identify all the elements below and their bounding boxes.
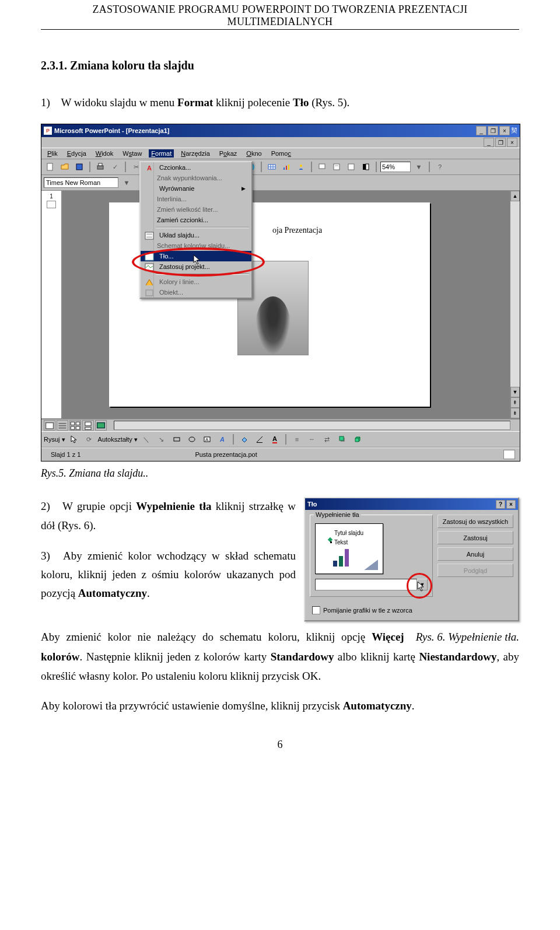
toolbar-divider: [285, 434, 286, 445]
menu-edycja[interactable]: Edycja: [65, 149, 89, 158]
menu-narzedzia[interactable]: Narzędzia: [178, 149, 212, 158]
section-title: Zmiana koloru tła slajdu: [70, 59, 194, 72]
slide-editing-area[interactable]: oja Prezentacja: [62, 191, 510, 418]
svg-rect-34: [76, 426, 79, 429]
scroll-track[interactable]: [510, 201, 520, 387]
dialog-help-button[interactable]: ?: [496, 500, 505, 509]
menu-item-zamien-czcionki[interactable]: Zamień czcionki...: [141, 215, 251, 225]
font-combo[interactable]: Times New Roman: [44, 177, 118, 188]
open-button[interactable]: [58, 161, 71, 173]
insert-table-button[interactable]: [265, 161, 278, 173]
save-button[interactable]: [73, 161, 86, 173]
toolbar-divider: [125, 162, 126, 172]
close-button[interactable]: ×: [499, 126, 510, 135]
select-objects-button[interactable]: [68, 433, 80, 445]
document-window-controls: _ ❐ ×: [41, 137, 520, 148]
draw-menu-button[interactable]: Rysuj ▾: [44, 436, 65, 443]
vertical-scrollbar[interactable]: ▲ ▼ ⇞ ⇟: [510, 191, 520, 418]
outline-slide-thumb-icon[interactable]: [47, 201, 56, 208]
slide-layout-button[interactable]: [330, 161, 343, 173]
menu-item-uklad-slajdu[interactable]: Układ slajdu...: [141, 230, 251, 240]
doc-maximize-button[interactable]: ❐: [495, 138, 506, 147]
dash-style-button[interactable]: ┄: [306, 433, 318, 445]
normal-view-button[interactable]: [44, 420, 55, 431]
font-color-button[interactable]: A: [268, 433, 281, 445]
omit-graphics-checkbox[interactable]: [312, 606, 320, 614]
para-more-mid2: albo kliknij kartę: [334, 651, 419, 663]
svg-rect-0: [145, 232, 153, 239]
apply-design-button[interactable]: [345, 161, 358, 173]
figure-1-caption: Rys.5. Zmiana tła slajdu..: [41, 467, 519, 480]
menu-format[interactable]: Format: [149, 149, 174, 158]
apply-button[interactable]: Zastosuj: [438, 531, 513, 544]
doc-minimize-button[interactable]: _: [484, 138, 494, 147]
autoshapes-menu-button[interactable]: Autokształty ▾: [98, 436, 138, 443]
scroll-up-button[interactable]: ▲: [510, 191, 520, 201]
line-style-button[interactable]: ≡: [290, 433, 303, 445]
svg-rect-33: [71, 426, 74, 429]
menu-okno[interactable]: Okno: [244, 149, 264, 158]
menu-wstaw[interactable]: Wstaw: [120, 149, 144, 158]
menu-widok[interactable]: Widok: [93, 149, 116, 158]
arrow-style-button[interactable]: ⇄: [321, 433, 334, 445]
format-dropdown-menu: A Czcionka... Znak wypunktowania... Wyró…: [139, 161, 253, 299]
dialog-close-button[interactable]: ×: [506, 500, 516, 509]
bw-view-button[interactable]: [359, 161, 372, 173]
arrow-button[interactable]: ↘: [155, 433, 168, 445]
apply-design-icon: [142, 263, 156, 272]
oval-button[interactable]: [186, 433, 198, 445]
rectangle-button[interactable]: [170, 433, 183, 445]
preview-chart-icon: [333, 549, 349, 567]
step-2-pre: W grupie opcji: [62, 500, 136, 512]
zoom-dropdown-button[interactable]: ▼: [412, 161, 425, 173]
fill-color-button[interactable]: [238, 433, 251, 445]
print-button[interactable]: [94, 161, 107, 173]
wordart-button[interactable]: A: [216, 433, 229, 445]
doc-close-button[interactable]: ×: [507, 138, 517, 147]
rotate-button[interactable]: ⟳: [83, 433, 96, 445]
menu-pokaz[interactable]: Pokaz: [217, 149, 240, 158]
spellcheck-status-icon[interactable]: [503, 450, 515, 459]
menu-item-zmien-wielkosc: Zmień wielkość liter...: [141, 204, 251, 215]
preview-title-label: Tytuł slajdu: [334, 530, 363, 536]
zoom-combo[interactable]: 54%: [380, 162, 411, 172]
spellcheck-button[interactable]: ✓: [108, 161, 121, 173]
svg-point-20: [300, 165, 302, 167]
insert-clipart-button[interactable]: [295, 161, 307, 173]
apply-all-button[interactable]: Zastosuj do wszystkich: [438, 515, 513, 528]
shadow-button[interactable]: [336, 433, 349, 445]
help-button[interactable]: ?: [433, 161, 446, 173]
font-dropdown-button[interactable]: ▼: [120, 177, 133, 188]
dialog-titlebar: Tło ? ×: [305, 498, 518, 510]
outline-view-button[interactable]: [57, 420, 68, 431]
minimize-button[interactable]: _: [476, 126, 487, 135]
line-color-button[interactable]: [253, 433, 266, 445]
horizontal-scrollbar[interactable]: [114, 421, 510, 430]
insert-chart-button[interactable]: [280, 161, 293, 173]
maximize-button[interactable]: ❐: [488, 126, 498, 135]
new-button[interactable]: [44, 161, 57, 173]
next-slide-button[interactable]: ⇟: [510, 408, 520, 418]
fill-color-combo[interactable]: [315, 579, 417, 590]
step-3-post: .: [147, 587, 150, 599]
preview-button[interactable]: Podgląd: [438, 564, 513, 577]
menubar: PPliklik Edycja Widok Wstaw Format Narzę…: [41, 148, 520, 159]
menu-item-wyrownanie[interactable]: Wyrównanie ▶: [141, 183, 251, 194]
cancel-button[interactable]: Anuluj: [438, 547, 513, 561]
svg-rect-8: [97, 166, 103, 169]
menu-pomoc[interactable]: Pomoc: [269, 149, 293, 158]
fill-group-label: Wypełnienie tła: [314, 511, 361, 518]
textbox-button[interactable]: A: [201, 433, 214, 445]
prev-slide-button[interactable]: ⇞: [510, 397, 520, 408]
svg-rect-21: [319, 164, 325, 169]
scroll-down-button[interactable]: ▼: [510, 387, 520, 397]
svg-rect-38: [174, 438, 180, 441]
notes-view-button[interactable]: [82, 420, 94, 431]
line-button[interactable]: ＼: [140, 433, 153, 445]
slideshow-view-button[interactable]: [95, 420, 107, 431]
new-slide-button[interactable]: [316, 161, 328, 173]
menu-item-czcionka[interactable]: A Czcionka...: [141, 162, 251, 173]
slide-sorter-view-button[interactable]: [69, 420, 81, 431]
3d-button[interactable]: [351, 433, 364, 445]
menu-plik[interactable]: PPliklik: [45, 149, 60, 158]
